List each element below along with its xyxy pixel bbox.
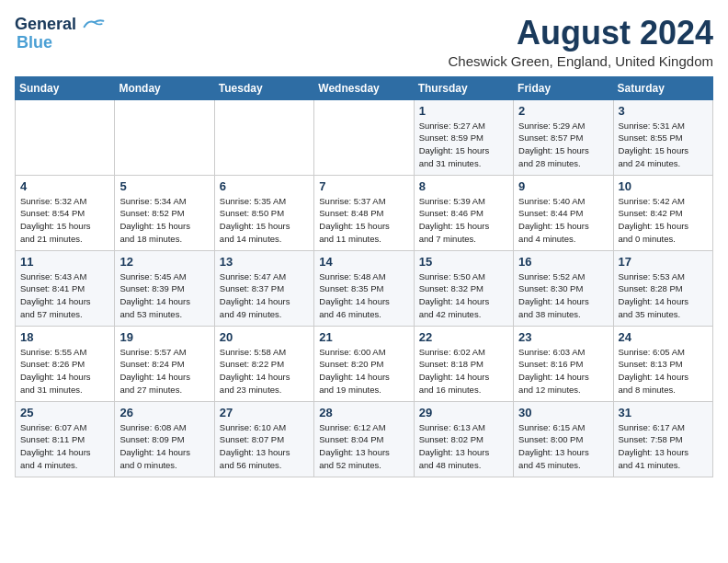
day-info: Sunrise: 5:34 AM Sunset: 8:52 PM Dayligh… (119, 195, 209, 246)
day-number: 31 (619, 406, 708, 419)
day-number: 6 (220, 179, 309, 193)
calendar-cell: 21Sunrise: 6:00 AM Sunset: 8:20 PM Dayli… (314, 326, 414, 401)
calendar-cell: 18Sunrise: 5:55 AM Sunset: 8:26 PM Dayli… (16, 326, 115, 401)
col-header-monday: Monday (115, 76, 214, 99)
day-info: Sunrise: 5:37 AM Sunset: 8:48 PM Dayligh… (319, 195, 408, 246)
day-number: 3 (619, 104, 708, 118)
calendar-cell: 20Sunrise: 5:58 AM Sunset: 8:22 PM Dayli… (214, 326, 313, 401)
day-number: 19 (119, 330, 209, 344)
day-info: Sunrise: 5:50 AM Sunset: 8:32 PM Dayligh… (419, 270, 508, 321)
day-number: 27 (220, 406, 309, 419)
calendar-cell: 1Sunrise: 5:27 AM Sunset: 8:59 PM Daylig… (414, 99, 513, 175)
logo-general: General (15, 15, 76, 33)
calendar-week-row: 11Sunrise: 5:43 AM Sunset: 8:41 PM Dayli… (16, 250, 713, 326)
calendar-cell: 3Sunrise: 5:31 AM Sunset: 8:55 PM Daylig… (613, 99, 712, 175)
day-number: 5 (119, 179, 209, 193)
day-info: Sunrise: 6:12 AM Sunset: 8:04 PM Dayligh… (319, 421, 408, 472)
calendar-cell: 2Sunrise: 5:29 AM Sunset: 8:57 PM Daylig… (514, 99, 613, 175)
day-info: Sunrise: 5:39 AM Sunset: 8:46 PM Dayligh… (419, 195, 508, 246)
day-number: 15 (419, 255, 508, 269)
calendar-cell: 22Sunrise: 6:02 AM Sunset: 8:18 PM Dayli… (414, 326, 513, 401)
calendar-cell: 15Sunrise: 5:50 AM Sunset: 8:32 PM Dayli… (414, 250, 513, 326)
day-info: Sunrise: 6:05 AM Sunset: 8:13 PM Dayligh… (619, 346, 708, 396)
day-info: Sunrise: 5:42 AM Sunset: 8:42 PM Dayligh… (619, 195, 708, 246)
col-header-friday: Friday (514, 76, 613, 99)
day-info: Sunrise: 6:02 AM Sunset: 8:18 PM Dayligh… (419, 346, 508, 396)
calendar-cell (214, 99, 313, 175)
calendar-cell: 13Sunrise: 5:47 AM Sunset: 8:37 PM Dayli… (214, 250, 313, 326)
day-number: 26 (119, 406, 209, 419)
day-info: Sunrise: 5:52 AM Sunset: 8:30 PM Dayligh… (518, 270, 608, 321)
calendar-cell: 7Sunrise: 5:37 AM Sunset: 8:48 PM Daylig… (314, 175, 414, 250)
day-number: 13 (220, 255, 309, 269)
calendar-cell: 24Sunrise: 6:05 AM Sunset: 8:13 PM Dayli… (613, 326, 712, 401)
day-number: 8 (419, 179, 508, 193)
calendar-cell: 28Sunrise: 6:12 AM Sunset: 8:04 PM Dayli… (314, 401, 414, 477)
day-info: Sunrise: 5:29 AM Sunset: 8:57 PM Dayligh… (518, 120, 608, 170)
calendar-header-row: SundayMondayTuesdayWednesdayThursdayFrid… (16, 76, 713, 99)
logo-bird-icon (83, 17, 105, 31)
day-number: 1 (419, 104, 508, 118)
day-info: Sunrise: 5:57 AM Sunset: 8:24 PM Dayligh… (119, 346, 209, 396)
calendar-cell: 25Sunrise: 6:07 AM Sunset: 8:11 PM Dayli… (16, 401, 115, 477)
calendar-week-row: 18Sunrise: 5:55 AM Sunset: 8:26 PM Dayli… (16, 326, 713, 401)
day-number: 25 (20, 406, 109, 419)
day-info: Sunrise: 5:43 AM Sunset: 8:41 PM Dayligh… (20, 270, 109, 321)
day-number: 2 (518, 104, 608, 118)
day-info: Sunrise: 5:48 AM Sunset: 8:35 PM Dayligh… (319, 270, 408, 321)
page-header: General Blue August 2024 Cheswick Green,… (15, 15, 713, 69)
day-info: Sunrise: 5:31 AM Sunset: 8:55 PM Dayligh… (619, 120, 708, 170)
month-year-title: August 2024 (449, 15, 714, 52)
day-number: 14 (319, 255, 408, 269)
calendar-cell: 29Sunrise: 6:13 AM Sunset: 8:02 PM Dayli… (414, 401, 513, 477)
day-number: 24 (619, 330, 708, 344)
day-info: Sunrise: 6:03 AM Sunset: 8:16 PM Dayligh… (518, 346, 608, 396)
calendar-cell: 27Sunrise: 6:10 AM Sunset: 8:07 PM Dayli… (214, 401, 313, 477)
calendar-cell: 30Sunrise: 6:15 AM Sunset: 8:00 PM Dayli… (514, 401, 613, 477)
day-info: Sunrise: 5:32 AM Sunset: 8:54 PM Dayligh… (20, 195, 109, 246)
calendar-cell: 10Sunrise: 5:42 AM Sunset: 8:42 PM Dayli… (613, 175, 712, 250)
day-info: Sunrise: 6:10 AM Sunset: 8:07 PM Dayligh… (220, 421, 309, 472)
day-number: 16 (518, 255, 608, 269)
calendar-cell (16, 99, 115, 175)
col-header-thursday: Thursday (414, 76, 513, 99)
calendar-cell: 11Sunrise: 5:43 AM Sunset: 8:41 PM Dayli… (16, 250, 115, 326)
day-number: 10 (619, 179, 708, 193)
location-subtitle: Cheswick Green, England, United Kingdom (449, 53, 714, 69)
calendar-cell: 12Sunrise: 5:45 AM Sunset: 8:39 PM Dayli… (115, 250, 214, 326)
day-info: Sunrise: 5:58 AM Sunset: 8:22 PM Dayligh… (220, 346, 309, 396)
col-header-tuesday: Tuesday (214, 76, 313, 99)
day-number: 4 (20, 179, 109, 193)
day-info: Sunrise: 5:45 AM Sunset: 8:39 PM Dayligh… (119, 270, 209, 321)
day-number: 7 (319, 179, 408, 193)
day-number: 29 (419, 406, 508, 419)
calendar-cell: 5Sunrise: 5:34 AM Sunset: 8:52 PM Daylig… (115, 175, 214, 250)
day-number: 23 (518, 330, 608, 344)
day-info: Sunrise: 5:40 AM Sunset: 8:44 PM Dayligh… (518, 195, 608, 246)
logo: General Blue (15, 15, 105, 52)
calendar-cell: 8Sunrise: 5:39 AM Sunset: 8:46 PM Daylig… (414, 175, 513, 250)
day-number: 21 (319, 330, 408, 344)
calendar-week-row: 25Sunrise: 6:07 AM Sunset: 8:11 PM Dayli… (16, 401, 713, 477)
day-info: Sunrise: 6:00 AM Sunset: 8:20 PM Dayligh… (319, 346, 408, 396)
calendar-cell: 9Sunrise: 5:40 AM Sunset: 8:44 PM Daylig… (514, 175, 613, 250)
day-info: Sunrise: 6:07 AM Sunset: 8:11 PM Dayligh… (20, 421, 109, 472)
day-info: Sunrise: 6:13 AM Sunset: 8:02 PM Dayligh… (419, 421, 508, 472)
day-number: 22 (419, 330, 508, 344)
day-number: 28 (319, 406, 408, 419)
day-info: Sunrise: 5:53 AM Sunset: 8:28 PM Dayligh… (619, 270, 708, 321)
day-info: Sunrise: 6:15 AM Sunset: 8:00 PM Dayligh… (518, 421, 608, 472)
day-number: 11 (20, 255, 109, 269)
day-info: Sunrise: 5:55 AM Sunset: 8:26 PM Dayligh… (20, 346, 109, 396)
calendar-cell (115, 99, 214, 175)
day-info: Sunrise: 5:35 AM Sunset: 8:50 PM Dayligh… (220, 195, 309, 246)
col-header-sunday: Sunday (16, 76, 115, 99)
logo-blue: Blue (17, 33, 52, 52)
day-number: 20 (220, 330, 309, 344)
calendar-cell: 6Sunrise: 5:35 AM Sunset: 8:50 PM Daylig… (214, 175, 313, 250)
calendar-table: SundayMondayTuesdayWednesdayThursdayFrid… (15, 76, 713, 477)
calendar-cell: 4Sunrise: 5:32 AM Sunset: 8:54 PM Daylig… (16, 175, 115, 250)
calendar-cell: 17Sunrise: 5:53 AM Sunset: 8:28 PM Dayli… (613, 250, 712, 326)
calendar-week-row: 1Sunrise: 5:27 AM Sunset: 8:59 PM Daylig… (16, 99, 713, 175)
calendar-cell: 14Sunrise: 5:48 AM Sunset: 8:35 PM Dayli… (314, 250, 414, 326)
